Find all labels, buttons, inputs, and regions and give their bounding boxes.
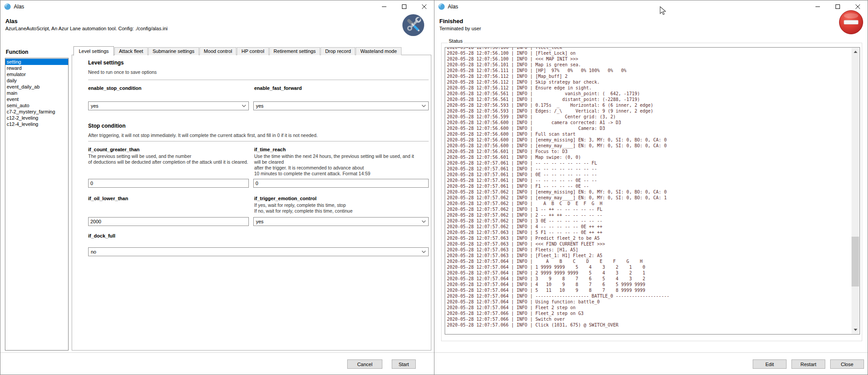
section-heading-stop-condition: Stop condition	[88, 123, 126, 129]
maximize-button[interactable]	[394, 0, 414, 13]
if-oil-lower-than-input[interactable]	[88, 217, 249, 226]
divider	[88, 141, 429, 141]
if-trigger-emotion-control-label: if_trigger_emotion_control	[254, 196, 316, 201]
tab-submarine-settings[interactable]: Submarine settings	[148, 47, 199, 55]
section-subtitle: After triggering, it will not stop immed…	[88, 133, 318, 138]
tools-wrench-screwdriver-icon	[402, 14, 424, 36]
tab-drop-record[interactable]: Drop record	[320, 47, 355, 55]
close-button[interactable]	[414, 0, 434, 13]
tab-level-settings[interactable]: Level settings	[73, 46, 114, 56]
close-dialog-button[interactable]: Close	[830, 359, 864, 369]
divider	[434, 352, 868, 353]
minimize-button[interactable]	[374, 0, 394, 13]
status-subtitle: Terminated by user	[439, 26, 481, 31]
if-time-reach-input[interactable]	[253, 179, 429, 188]
cancel-button[interactable]: Cancel	[347, 359, 382, 369]
status-log[interactable]: 2020-05-28 12:07:56.100 | INFO | fleet_l…	[445, 47, 860, 335]
if-oil-lower-than-label: if_oil_lower_than	[88, 196, 128, 201]
select-value: yes	[256, 219, 264, 224]
right-titlebar: Alas	[434, 0, 868, 13]
function-item-daily[interactable]: daily	[5, 77, 68, 84]
tab-bar: Level settingsAttack fleetSubmarine sett…	[73, 46, 402, 55]
function-label: Function	[6, 49, 28, 55]
alas-logo-icon	[4, 4, 11, 10]
function-item-c12-2_leveling[interactable]: c12-2_leveling	[5, 115, 68, 121]
if-trigger-emotion-control-help: If yes, wait for reply, complete this ti…	[254, 202, 430, 214]
tab-attack-fleet[interactable]: Attack fleet	[114, 47, 147, 55]
left-titlebar: Alas	[0, 0, 434, 13]
tab-mood-control[interactable]: Mood control	[199, 47, 237, 55]
function-item-main[interactable]: main	[5, 90, 68, 96]
minimize-button[interactable]	[807, 0, 827, 13]
scroll-up-icon[interactable]	[852, 48, 859, 56]
window-title: Alas	[448, 4, 458, 10]
function-item-event_daily_ab[interactable]: event_daily_ab	[5, 84, 68, 90]
enable-stop-condition-label: enable_stop_condition	[88, 85, 142, 91]
status-title: Finished	[439, 18, 463, 24]
function-item-c7-2_mystery_farming[interactable]: c7-2_mystery_farming	[5, 109, 68, 115]
screenshot-root: Alas Alas AzurLaneAutoScript, An Azur La…	[0, 0, 868, 375]
window-title: Alas	[14, 4, 24, 10]
alas-settings-window: Alas Alas AzurLaneAutoScript, An Azur La…	[0, 0, 434, 375]
section-heading-level-settings: Level settings	[88, 60, 124, 66]
chevron-down-icon	[242, 105, 246, 107]
function-item-event[interactable]: event	[5, 96, 68, 102]
if-dock-full-label: if_dock_full	[88, 233, 115, 238]
chevron-down-icon	[422, 250, 426, 253]
start-button[interactable]: Start	[392, 359, 416, 369]
alas-log-window: Alas Finished Terminated by user St	[434, 0, 868, 375]
page-subtitle: AzurLaneAutoScript, An Azur Lane automat…	[5, 26, 167, 31]
alas-logo-icon	[438, 4, 445, 10]
if-dock-full-select[interactable]: no	[88, 247, 429, 256]
page-title: Alas	[5, 18, 17, 24]
select-value: yes	[256, 103, 264, 109]
tab-hp-control[interactable]: HP control	[237, 47, 268, 55]
enable-fast-forward-select[interactable]: yes	[253, 101, 429, 110]
restart-button[interactable]: Restart	[791, 359, 825, 369]
if-count-greater-than-help: The previous setting will be used, and t…	[88, 153, 251, 165]
function-listbox[interactable]: settingrewardemulatordailyevent_daily_ab…	[5, 58, 69, 351]
select-value: no	[91, 249, 96, 254]
enable-stop-condition-select[interactable]: yes	[88, 101, 249, 110]
enable-fast-forward-label: enable_fast_forward	[254, 85, 302, 91]
divider	[88, 80, 429, 80]
divider	[0, 352, 434, 353]
if-trigger-emotion-control-select[interactable]: yes	[253, 217, 429, 226]
scrollbar-thumb[interactable]	[852, 237, 859, 286]
function-item-c12-4_leveling[interactable]: c12-4_leveling	[5, 121, 68, 127]
chevron-down-icon	[422, 220, 426, 223]
function-item-setting[interactable]: setting	[5, 59, 68, 65]
if-count-greater-than-label: if_count_greater_than	[88, 147, 140, 152]
status-group-label: Status	[448, 38, 463, 44]
section-subtitle: Need to run once to save options	[88, 69, 157, 75]
function-item-reward[interactable]: reward	[5, 65, 68, 71]
log-text: 2020-05-28 12:07:56.100 | INFO | fleet_l…	[445, 47, 860, 328]
scroll-down-icon[interactable]	[852, 326, 859, 334]
tab-retirement-settings[interactable]: Retirement settings	[269, 47, 320, 55]
function-item-emulator[interactable]: emulator	[5, 71, 68, 77]
log-scrollbar[interactable]	[852, 48, 859, 334]
if-time-reach-label: if_time_reach	[254, 147, 286, 152]
edit-button[interactable]: Edit	[753, 359, 787, 369]
no-entry-stop-icon	[839, 10, 864, 35]
function-item-semi_auto[interactable]: semi_auto	[5, 102, 68, 109]
if-count-greater-than-input[interactable]	[88, 179, 249, 188]
mouse-arrow-cursor	[660, 6, 666, 18]
select-value: yes	[91, 103, 98, 109]
if-time-reach-help: Use the time within the next 24 hours, t…	[254, 153, 430, 177]
tab-wasteland-mode[interactable]: Wasteland mode	[356, 47, 401, 55]
chevron-down-icon	[422, 105, 426, 107]
